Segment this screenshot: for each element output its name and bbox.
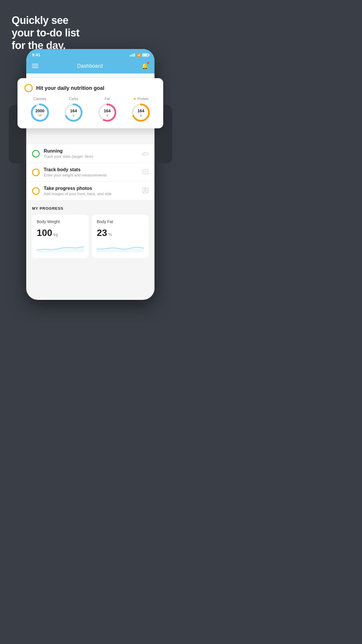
todo-text-running: Running Track your stats (target: 5km) bbox=[44, 148, 138, 159]
todo-text-progress-photos: Take progress photos Add images of your … bbox=[44, 186, 138, 196]
progress-section: MY PROGRESS Body Weight 100 kg Bo bbox=[26, 200, 154, 261]
status-time: 9:41 bbox=[32, 52, 40, 57]
headline: Quickly see your to-do list for the day. bbox=[12, 14, 79, 52]
body-weight-value-row: 100 kg bbox=[37, 228, 84, 238]
body-weight-label: Body Weight bbox=[37, 219, 84, 224]
progress-cards: Body Weight 100 kg Body Fat 23 % bbox=[32, 215, 149, 258]
body-fat-value: 23 bbox=[97, 228, 107, 238]
headline-line1: Quickly see bbox=[12, 14, 79, 27]
nutrition-protein: ★ Protein 164 g bbox=[126, 97, 157, 123]
nutrition-checkbox[interactable] bbox=[24, 84, 33, 92]
body-weight-value: 100 bbox=[37, 228, 52, 238]
fat-donut: 164 g bbox=[97, 103, 117, 123]
todo-checkbox-running[interactable] bbox=[32, 150, 40, 158]
svg-point-2 bbox=[145, 189, 146, 190]
progress-header: MY PROGRESS bbox=[32, 206, 149, 211]
shoe-icon bbox=[142, 150, 149, 157]
body-weight-unit: kg bbox=[53, 232, 58, 237]
app-header: Dashboard 🔔 bbox=[26, 60, 154, 74]
wifi-icon: 📶 bbox=[136, 53, 141, 57]
calories-label: Calories bbox=[34, 97, 46, 101]
carbs-donut: 164 g bbox=[64, 103, 83, 123]
carbs-value: 164 bbox=[70, 108, 77, 113]
fat-value: 164 bbox=[104, 108, 110, 113]
status-bar: 9:41 📶 bbox=[26, 49, 154, 60]
nutrition-carbs: Carbs 164 g bbox=[58, 97, 89, 123]
todo-item-progress-photos[interactable]: Take progress photos Add images of your … bbox=[26, 182, 154, 200]
calories-unit: cal bbox=[35, 113, 44, 117]
nutrition-fat: Fat 164 g bbox=[92, 97, 123, 123]
todo-title-body-stats: Track body stats bbox=[44, 167, 138, 172]
todo-item-running[interactable]: Running Track your stats (target: 5km) bbox=[26, 144, 154, 163]
todo-checkbox-body-stats[interactable] bbox=[32, 169, 40, 176]
protein-value: 164 bbox=[138, 108, 144, 113]
protein-label: ★ Protein bbox=[133, 97, 149, 101]
protein-donut: 164 g bbox=[131, 103, 151, 123]
nutrition-card-title: Hit your daily nutrition goal bbox=[36, 85, 104, 91]
body-fat-card[interactable]: Body Fat 23 % bbox=[92, 215, 149, 258]
todo-subtitle-progress-photos: Add images of your front, back, and side bbox=[44, 192, 138, 196]
calories-donut: 2000 cal bbox=[30, 103, 50, 123]
notification-button[interactable]: 🔔 bbox=[141, 62, 149, 69]
signal-icon bbox=[130, 53, 135, 57]
header-title: Dashboard bbox=[77, 63, 103, 69]
todo-subtitle-running: Track your stats (target: 5km) bbox=[44, 154, 138, 159]
body-weight-chart bbox=[37, 243, 84, 252]
todo-list: Running Track your stats (target: 5km) T… bbox=[26, 144, 154, 200]
headline-line2: your to-do list bbox=[12, 27, 79, 39]
nutrition-grid: Calories 2000 cal Carbs bbox=[24, 97, 156, 123]
todo-item-body-stats[interactable]: Track body stats Enter your weight and m… bbox=[26, 163, 154, 182]
todo-subtitle-body-stats: Enter your weight and measurements bbox=[44, 173, 138, 177]
fat-label: Fat bbox=[105, 97, 110, 101]
calories-value: 2000 bbox=[35, 108, 44, 113]
battery-icon bbox=[142, 53, 149, 57]
card-title-row: Hit your daily nutrition goal bbox=[24, 84, 156, 92]
nutrition-calories: Calories 2000 cal bbox=[24, 97, 55, 123]
todo-text-body-stats: Track body stats Enter your weight and m… bbox=[44, 167, 138, 177]
body-fat-value-row: 23 % bbox=[97, 228, 144, 238]
todo-title-progress-photos: Take progress photos bbox=[44, 186, 138, 191]
todo-checkbox-progress-photos[interactable] bbox=[32, 187, 40, 195]
protein-unit: g bbox=[138, 113, 144, 117]
person-icon bbox=[142, 187, 149, 195]
body-fat-unit: % bbox=[108, 232, 112, 237]
nutrition-card: Hit your daily nutrition goal Calories 2… bbox=[17, 78, 163, 128]
menu-button[interactable] bbox=[32, 64, 38, 68]
fat-unit: g bbox=[104, 113, 110, 117]
todo-title-running: Running bbox=[44, 148, 138, 154]
carbs-unit: g bbox=[70, 113, 77, 117]
status-icons: 📶 bbox=[130, 53, 149, 57]
body-fat-chart bbox=[97, 243, 144, 252]
body-fat-label: Body Fat bbox=[97, 219, 144, 224]
scale-icon bbox=[142, 169, 149, 176]
star-icon: ★ bbox=[133, 97, 136, 101]
notification-dot bbox=[147, 62, 149, 64]
carbs-label: Carbs bbox=[69, 97, 78, 101]
body-weight-card[interactable]: Body Weight 100 kg bbox=[32, 215, 89, 258]
